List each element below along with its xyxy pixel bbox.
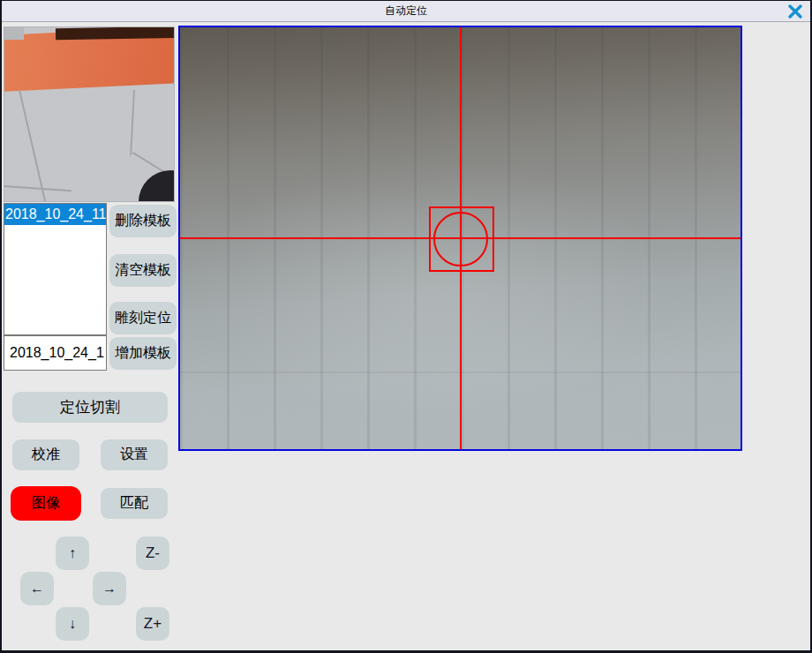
- jog-down-button[interactable]: ↓: [56, 607, 89, 641]
- clear-template-button[interactable]: 清空模板: [109, 254, 177, 287]
- jog-z-plus-button[interactable]: Z+: [136, 607, 169, 641]
- thumbnail-tile-line: [4, 185, 71, 191]
- jog-right-button[interactable]: →: [93, 572, 126, 605]
- settings-button[interactable]: 设置: [101, 439, 168, 470]
- jog-left-button[interactable]: ←: [20, 572, 54, 605]
- thumbnail-gray-block: [4, 27, 24, 40]
- add-template-button[interactable]: 增加模板: [109, 337, 177, 370]
- jog-up-button[interactable]: ↑: [56, 537, 89, 570]
- delete-template-button[interactable]: 删除模板: [109, 205, 177, 237]
- template-list-item[interactable]: 2018_10_24_11: [4, 204, 106, 225]
- position-cut-button[interactable]: 定位切割: [12, 392, 168, 423]
- match-button[interactable]: 匹配: [101, 488, 168, 519]
- auto-position-dialog: 自动定位 2018_10_24_11 删除模板 清空模板 雕刻定位 增加模板 定…: [0, 0, 812, 653]
- template-preview-image: [4, 26, 175, 202]
- thumbnail-dark-object: [139, 170, 175, 202]
- template-list[interactable]: 2018_10_24_11: [4, 203, 107, 335]
- thumbnail-dark-band: [56, 26, 175, 40]
- thumbnail-tile-line: [130, 90, 135, 155]
- title-bar: 自动定位: [2, 1, 810, 22]
- close-button[interactable]: [786, 4, 804, 19]
- thumbnail-tile-line: [19, 90, 47, 202]
- camera-view[interactable]: [178, 26, 742, 451]
- close-icon: [787, 4, 803, 19]
- template-name-input[interactable]: [4, 335, 107, 371]
- jog-z-minus-button[interactable]: Z-: [136, 537, 169, 570]
- target-circle: [433, 212, 488, 266]
- engrave-position-button[interactable]: 雕刻定位: [109, 302, 177, 334]
- window-title: 自动定位: [385, 4, 427, 19]
- calibrate-button[interactable]: 校准: [12, 439, 79, 470]
- image-button[interactable]: 图像: [11, 486, 81, 521]
